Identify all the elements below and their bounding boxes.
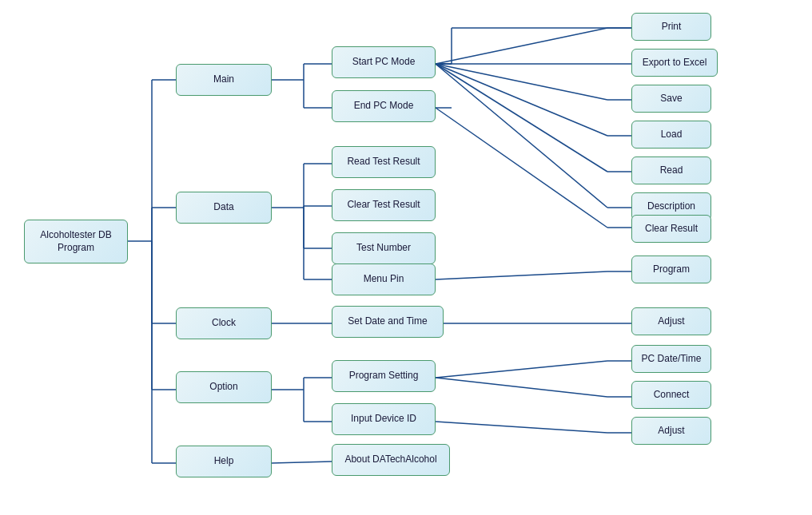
set-date-node: Set Date and Time (332, 306, 444, 338)
svg-line-60 (436, 422, 607, 433)
pc-datetime-node: PC Date/Time (631, 345, 711, 373)
print-node: Print (631, 13, 711, 41)
input-device-node: Input Device ID (332, 403, 436, 435)
svg-line-29 (436, 108, 607, 228)
svg-line-23 (436, 28, 607, 64)
svg-line-56 (436, 361, 607, 378)
clear-test-node: Clear Test Result (332, 189, 436, 221)
about-node: About DATechAlcohol (332, 444, 450, 476)
svg-line-28 (436, 64, 607, 208)
read-node: Read (631, 156, 711, 184)
svg-line-27 (436, 64, 607, 172)
end-pc-node: End PC Mode (332, 90, 436, 122)
svg-line-46 (436, 271, 607, 279)
clock-node: Clock (176, 307, 272, 339)
svg-line-26 (436, 64, 607, 136)
root-node: Alcoholtester DB Program (24, 220, 128, 263)
main-node: Main (176, 64, 272, 96)
menu-pin-node: Menu Pin (332, 263, 436, 295)
adjust1-node: Adjust (631, 307, 711, 335)
load-node: Load (631, 121, 711, 149)
connect-node: Connect (631, 381, 711, 409)
help-node: Help (176, 446, 272, 477)
clear-result-node: Clear Result (631, 215, 711, 243)
start-pc-node: Start PC Mode (332, 46, 436, 78)
option-node: Option (176, 371, 272, 403)
read-test-node: Read Test Result (332, 146, 436, 178)
svg-line-25 (436, 64, 607, 100)
program-node: Program (631, 256, 711, 283)
export-excel-node: Export to Excel (631, 49, 718, 77)
diagram: Alcoholtester DB Program Main Data Clock… (0, 0, 812, 515)
test-number-node: Test Number (332, 232, 436, 264)
adjust2-node: Adjust (631, 417, 711, 445)
program-setting-node: Program Setting (332, 360, 436, 392)
svg-line-58 (436, 378, 607, 397)
svg-line-62 (272, 462, 332, 463)
data-node: Data (176, 192, 272, 224)
save-node: Save (631, 85, 711, 113)
